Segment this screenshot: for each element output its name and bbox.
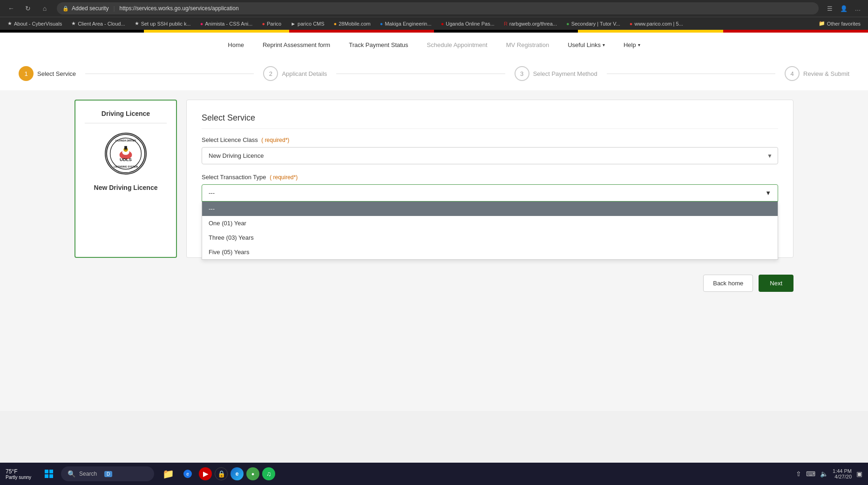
bookmark-icon: ● (262, 21, 265, 27)
bookmark-makiga[interactable]: ● Makiga Engineerin... (376, 20, 435, 27)
bookmark-secondary[interactable]: ● Secondary | Tutor V... (563, 20, 624, 27)
bookmark-icon: ● (630, 21, 633, 27)
folder-icon: 📁 (819, 20, 825, 27)
step-3: 3 Select Payment Method (515, 66, 597, 81)
nav-help[interactable]: Help (624, 40, 640, 50)
browser-nav-icons: ← ↻ ⌂ (5, 2, 51, 15)
bottom-buttons: Back home Next (0, 267, 868, 299)
transaction-type-wrapper: --- ▼ --- One (01) Year Three (03) Years… (202, 184, 778, 202)
back-button[interactable]: ← (5, 2, 18, 15)
taskbar-search[interactable]: 🔍 Search D (61, 466, 154, 481)
step-2: 2 Applicant Details (263, 66, 327, 81)
step-1: 1 Select Service (19, 66, 76, 81)
url-text: https://services.works.go.ug/services/ap… (120, 5, 239, 12)
bookmark-other[interactable]: 📁 Other favorites (815, 20, 864, 27)
bookmark-icon: ● (200, 21, 203, 27)
search-icon: 🔍 (68, 470, 75, 478)
bookmark-parico[interactable]: ● Parico (258, 20, 285, 27)
weather-condition: Partly sunny (6, 475, 31, 480)
clock-time: 1:44 PM (833, 468, 852, 474)
bookmark-icon: ● (334, 21, 337, 27)
content-area: Driving Licence UGANDA DRIVER LICENSING … (0, 90, 868, 267)
browser-top-bar: ← ↻ ⌂ 🔒 Added security | https://service… (0, 0, 868, 17)
nav-useful-links[interactable]: Useful Links (568, 40, 605, 50)
weather-temp: 75°F (6, 468, 31, 475)
bookmarks-bar: ★ About - CyberVisuals ★ Client Area - C… (0, 17, 868, 30)
youtube-icon[interactable]: ▶ (199, 467, 212, 480)
bookmark-rarbg[interactable]: R rarbgweb.org/threa... (500, 20, 561, 27)
transaction-type-dropdown: --- One (01) Year Three (03) Years Five … (202, 202, 778, 260)
file-explorer-icon[interactable]: 📁 (160, 465, 176, 482)
wifi-icon[interactable]: ⌨ (806, 470, 815, 478)
svg-rect-7 (124, 146, 127, 150)
bookmark-icon: ★ (7, 20, 12, 27)
music-icon[interactable]: ♫ (262, 467, 275, 480)
bookmark-parico-2[interactable]: ● www.parico.com | 5... (626, 20, 687, 27)
extensions-button[interactable]: ☰ (824, 3, 835, 14)
dropdown-option-one-year[interactable]: One (01) Year (202, 216, 778, 230)
browser-icon[interactable]: e (179, 465, 196, 482)
service-card-title: Select Service (202, 113, 778, 129)
main-navigation: Home Reprint Assessment form Track Payme… (0, 33, 868, 57)
nav-mv-registration[interactable]: MV Registration (506, 40, 549, 50)
refresh-button[interactable]: ↻ (21, 2, 34, 15)
notification-center-icon[interactable]: ▣ (856, 470, 862, 478)
taskbar-clock: 1:44 PM 4/27/20 (833, 468, 852, 479)
green-app-icon[interactable]: ● (246, 467, 259, 480)
transaction-type-value: --- (209, 189, 215, 196)
home-button[interactable]: ⌂ (38, 2, 51, 15)
step-3-label: Select Payment Method (533, 70, 597, 77)
step-1-circle: 1 (19, 66, 34, 81)
bookmark-icon: ★ (135, 20, 139, 27)
nav-home[interactable]: Home (228, 40, 244, 50)
bookmark-ssh[interactable]: ★ Set up SSH public k... (131, 20, 195, 27)
start-button[interactable] (41, 465, 57, 482)
licence-card-divider (85, 123, 167, 123)
back-home-button[interactable]: Back home (703, 275, 753, 292)
nav-track-payment[interactable]: Track Payment Status (349, 40, 408, 50)
bookmark-client-area[interactable]: ★ Client Area - Cloud... (68, 20, 129, 27)
dropdown-option-three-years[interactable]: Three (03) Years (202, 230, 778, 245)
address-bar[interactable]: 🔒 Added security | https://services.work… (57, 2, 819, 14)
bookmark-cybervisuals[interactable]: ★ About - CyberVisuals (4, 20, 66, 27)
bookmark-icon: ● (566, 21, 570, 27)
svg-text:LICENSING SYSTEM: LICENSING SYSTEM (114, 165, 138, 168)
edge-icon[interactable]: e (231, 467, 244, 480)
lock-icon: 🔒 (62, 6, 69, 12)
page-body (0, 299, 868, 411)
nav-reprint[interactable]: Reprint Assessment form (263, 40, 330, 50)
notification-icon[interactable]: ⇧ (796, 470, 801, 478)
bookmark-icon: ● (441, 21, 444, 27)
bookmark-icon: ► (291, 21, 296, 27)
dropdown-option-five-years[interactable]: Five (05) Years (202, 245, 778, 259)
nav-schedule[interactable]: Schedule Appointment (427, 40, 488, 50)
svg-text:e: e (186, 472, 189, 477)
licence-card-subtitle: New Driving Licence (94, 184, 158, 191)
step-4-circle: 4 (785, 66, 800, 81)
step-connector-3 (607, 74, 775, 74)
udls-logo: UGANDA DRIVER LICENSING SYSTEM UDLS (105, 133, 147, 175)
vpn-icon[interactable]: 🔒 (215, 467, 228, 480)
search-badge: D (104, 471, 112, 477)
bookmark-icon: ★ (71, 20, 76, 27)
licence-class-select[interactable]: New Driving Licence (202, 147, 778, 164)
profile-button[interactable]: 👤 (838, 3, 849, 14)
dropdown-option-default[interactable]: --- (202, 202, 778, 216)
bookmark-animista[interactable]: ● Animista - CSS Ani... (197, 20, 257, 27)
step-3-circle: 3 (515, 66, 529, 81)
transaction-type-trigger[interactable]: --- ▼ (202, 184, 778, 202)
volume-icon[interactable]: 🔈 (820, 470, 828, 478)
taskbar: 75°F Partly sunny 🔍 Search D 📁 e ▶ 🔒 e ● (0, 463, 868, 485)
bookmark-uganda[interactable]: ● Uganda Online Pas... (437, 20, 498, 27)
step-4-label: Review & Submit (803, 70, 849, 77)
step-2-circle: 2 (263, 66, 278, 81)
svg-text:UGANDA DRIVER: UGANDA DRIVER (115, 139, 136, 142)
more-button[interactable]: … (852, 3, 863, 14)
bookmark-icon: ● (380, 21, 383, 27)
bookmark-28mobile[interactable]: ● 28Mobile.com (330, 20, 374, 27)
url-separator: | (113, 5, 115, 12)
next-button[interactable]: Next (759, 275, 793, 292)
taskbar-app-icons: 📁 e ▶ 🔒 e ● ♫ (160, 465, 275, 482)
licence-card: Driving Licence UGANDA DRIVER LICENSING … (75, 100, 177, 258)
bookmark-parico-cms[interactable]: ► parico CMS (287, 20, 328, 27)
